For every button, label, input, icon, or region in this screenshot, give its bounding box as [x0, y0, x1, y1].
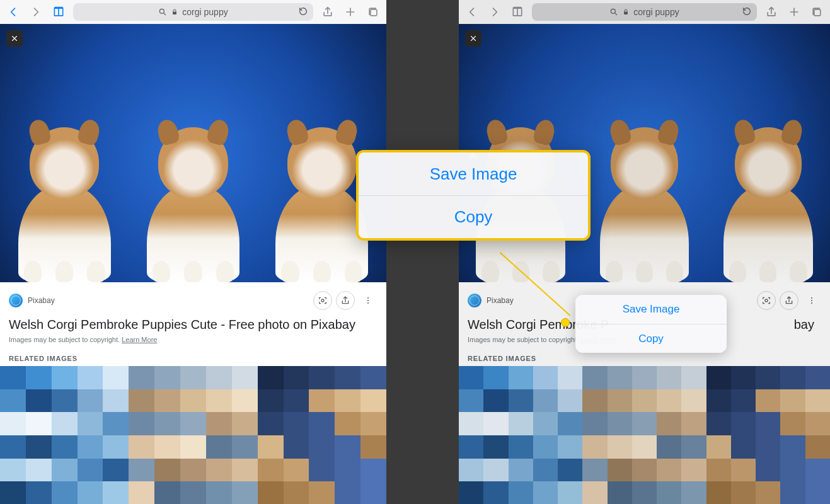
pane-gap	[386, 0, 459, 504]
share-image-button[interactable]	[336, 291, 355, 310]
related-thumb[interactable]	[129, 366, 257, 504]
globe-icon	[468, 294, 481, 307]
reload-button[interactable]	[298, 6, 308, 18]
svg-point-21	[811, 297, 812, 299]
context-menu: Save Image Copy	[575, 295, 727, 353]
svg-rect-2	[173, 12, 176, 15]
bookmarks-button[interactable]	[509, 4, 526, 20]
close-icon	[10, 34, 19, 43]
reload-button[interactable]	[742, 6, 752, 18]
related-thumb[interactable]	[0, 366, 129, 504]
source[interactable]: Pixabay	[9, 294, 55, 307]
tabs-button[interactable]	[365, 4, 381, 20]
svg-rect-14	[624, 12, 628, 15]
image-title: Welsh Corgi Pembroke Puppies Cute - Free…	[9, 318, 378, 332]
bookmarks-button[interactable]	[50, 4, 67, 20]
svg-point-10	[367, 300, 369, 301]
address-bar[interactable]: corgi puppy	[532, 3, 757, 21]
hero-image[interactable]	[0, 24, 386, 282]
meta-actions	[313, 291, 378, 310]
address-text: corgi puppy	[633, 7, 679, 17]
new-tab-button[interactable]	[786, 4, 802, 20]
new-tab-button[interactable]	[342, 4, 359, 20]
related-thumbs	[459, 366, 830, 504]
related-thumb[interactable]	[258, 366, 386, 504]
lens-button[interactable]	[757, 291, 776, 310]
pane-left: corgi puppy Pixabay Welsh	[0, 0, 386, 504]
forward-button[interactable]	[487, 4, 503, 20]
source-name: Pixabay	[28, 296, 55, 305]
meta-section: Pixabay Welsh Corgi Pembroke Puppies Cut…	[0, 282, 386, 348]
toolbar: corgi puppy	[0, 0, 386, 24]
svg-line-1	[164, 13, 166, 15]
svg-point-12	[611, 9, 616, 13]
lock-icon	[622, 8, 630, 16]
svg-rect-17	[814, 9, 821, 16]
lock-icon	[171, 8, 178, 16]
copy-menuitem[interactable]: Copy	[359, 195, 588, 238]
svg-point-23	[811, 302, 812, 304]
share-button[interactable]	[320, 4, 336, 20]
close-button[interactable]	[6, 30, 23, 47]
svg-point-20	[765, 299, 768, 302]
copyright-text: Images may be subject to copyright. Lear…	[9, 336, 378, 343]
learn-more-link[interactable]: Learn More	[122, 336, 157, 343]
close-button[interactable]	[465, 30, 481, 47]
related-thumb[interactable]	[706, 366, 830, 504]
close-icon	[469, 34, 478, 43]
share-button[interactable]	[763, 4, 780, 20]
svg-point-11	[367, 302, 369, 304]
context-menu-callout: Save Image Copy	[356, 150, 591, 241]
forward-button[interactable]	[28, 4, 44, 20]
save-image-menuitem[interactable]: Save Image	[575, 295, 727, 324]
address-bar[interactable]: corgi puppy	[73, 3, 313, 21]
back-button[interactable]	[464, 4, 480, 20]
more-button[interactable]	[359, 291, 378, 310]
copy-menuitem[interactable]: Copy	[575, 324, 727, 353]
svg-point-22	[811, 300, 812, 301]
address-text: corgi puppy	[182, 7, 228, 17]
related-heading: RELATED IMAGES	[0, 348, 386, 366]
share-image-button[interactable]	[780, 291, 798, 310]
toolbar: corgi puppy	[459, 0, 830, 24]
image-content	[0, 93, 386, 282]
related-thumb[interactable]	[582, 366, 706, 504]
back-button[interactable]	[5, 4, 21, 20]
svg-point-9	[367, 297, 369, 299]
related-thumbs	[0, 366, 386, 504]
globe-icon	[9, 294, 23, 307]
svg-point-8	[321, 299, 324, 302]
svg-point-0	[160, 9, 164, 13]
related-thumb[interactable]	[459, 366, 582, 504]
svg-line-13	[615, 13, 617, 15]
more-button[interactable]	[802, 291, 821, 310]
lens-button[interactable]	[313, 291, 332, 310]
search-icon	[609, 8, 618, 16]
save-image-menuitem[interactable]: Save Image	[359, 152, 588, 195]
svg-rect-5	[371, 9, 377, 16]
tabs-button[interactable]	[809, 4, 825, 20]
pane-right: corgi puppy Pixabay	[459, 0, 830, 504]
source[interactable]: Pixabay	[468, 294, 514, 307]
meta-actions	[757, 291, 821, 310]
callout-dot	[561, 318, 570, 327]
source-name: Pixabay	[487, 296, 514, 305]
search-icon	[158, 8, 167, 16]
